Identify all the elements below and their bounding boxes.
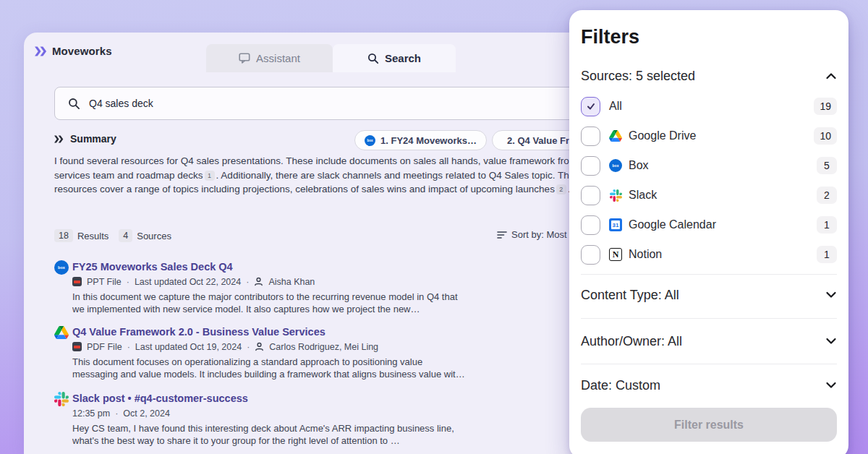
search-query-value: Q4 sales deck: [89, 98, 153, 109]
moveworks-logo-icon: [35, 46, 47, 56]
filters-title: Filters: [581, 26, 837, 48]
checkbox-slack[interactable]: [581, 186, 600, 205]
person-icon: [254, 277, 263, 286]
count-badge: 10: [814, 127, 837, 145]
summary-icon: [54, 135, 64, 143]
sources-count-label: Sources: [137, 231, 171, 241]
filters-panel: Filters Sources: 5 selected All 19: [569, 10, 848, 454]
results-summary-bar: 18 Results 4 Sources: [54, 229, 177, 242]
box-icon: box: [54, 260, 69, 275]
result-snippet: This document focuses on operationalizin…: [72, 356, 561, 380]
results-count-label: Results: [77, 231, 109, 241]
tab-assistant-label: Assistant: [256, 52, 300, 64]
filter-results-button[interactable]: Filter results: [581, 408, 837, 442]
result-meta: 12:35 pm · Oct 2, 2024: [72, 407, 561, 419]
sort-icon: [497, 231, 507, 239]
count-badge: 2: [817, 187, 837, 204]
result-title-link[interactable]: Slack post • #q4-customer-success: [72, 392, 561, 405]
count-badge: 1: [817, 216, 837, 234]
checkbox-all[interactable]: [581, 97, 600, 116]
summary-header: Summary: [54, 133, 116, 145]
result-item: box FY25 Moveworks Sales Deck Q4 PPT Fil…: [54, 260, 561, 315]
tab-search-label: Search: [385, 52, 421, 64]
divider: [581, 364, 837, 364]
result-meta: PDF File · Last updated Oct 19, 2024 · C…: [72, 340, 561, 353]
slack-icon: [609, 189, 622, 202]
chevron-down-icon: [825, 381, 837, 390]
results-count-badge: 18: [54, 229, 73, 242]
sources-section-header[interactable]: Sources: 5 selected: [581, 66, 837, 86]
brand-name: Moveworks: [52, 45, 112, 57]
citation-chip-1-label: 1. FY24 Moveworks…: [380, 135, 477, 146]
google-drive-icon: [54, 325, 69, 340]
summary-line: services team and roadmap decks1. Additi…: [54, 168, 594, 183]
result-title-link[interactable]: Q4 Value Framework 2.0 - Business Value …: [72, 325, 561, 338]
filter-option-google-calendar[interactable]: 31 Google Calendar 1: [581, 215, 837, 235]
date-section-header[interactable]: Date: Custom: [581, 375, 837, 395]
moveworks-brand: Moveworks: [35, 45, 112, 57]
count-badge: 5: [817, 157, 837, 174]
google-drive-icon: [609, 129, 622, 142]
summary-line: I found several resources for Q4 sales p…: [54, 154, 594, 168]
result-snippet: Hey CS team, I have found this interesti…: [72, 423, 561, 447]
checkbox-notion[interactable]: [581, 245, 600, 265]
tab-assistant[interactable]: Assistant: [206, 44, 333, 72]
result-snippet: In this document we capture the major co…: [72, 291, 561, 315]
ppt-file-icon: [72, 277, 82, 286]
pdf-file-icon: [72, 342, 82, 351]
filter-option-box[interactable]: box Box 5: [581, 155, 837, 176]
person-icon: [255, 342, 264, 351]
filter-option-notion[interactable]: N Notion 1: [581, 244, 837, 265]
author-owner-section-header[interactable]: Author/Owner: All: [581, 331, 837, 351]
sources-option-list: All 19 Google Drive 10 box: [581, 96, 837, 265]
search-icon: [367, 53, 379, 64]
checkbox-google-drive[interactable]: [581, 127, 600, 146]
filter-option-slack[interactable]: Slack 2: [581, 185, 837, 205]
summary-paragraph: I found several resources for Q4 sales p…: [54, 154, 594, 197]
checkmark-icon: [586, 101, 596, 111]
box-icon: box: [365, 135, 375, 146]
result-meta: PPT File · Last updated Oct 22, 2024 · A…: [72, 275, 561, 288]
filter-option-all[interactable]: All 19: [581, 96, 837, 116]
result-item: Slack post • #q4-customer-success 12:35 …: [54, 392, 561, 447]
summary-line: resources cover a range of topics includ…: [54, 182, 594, 197]
count-badge: 1: [817, 246, 837, 263]
notion-icon: N: [609, 248, 622, 261]
chevron-down-icon: [825, 291, 837, 299]
google-calendar-icon: 31: [609, 218, 622, 231]
citation-marker-2[interactable]: 2: [556, 184, 566, 194]
box-icon: box: [609, 159, 622, 172]
content-type-section-header[interactable]: Content Type: All: [581, 285, 837, 305]
divider: [581, 274, 837, 275]
result-title-link[interactable]: FY25 Moveworks Sales Deck Q4: [72, 260, 561, 273]
result-item: Q4 Value Framework 2.0 - Business Value …: [54, 325, 561, 380]
chevron-down-icon: [825, 337, 837, 346]
checkbox-box[interactable]: [581, 156, 600, 176]
chat-bubble-icon: [239, 53, 250, 64]
tab-search[interactable]: Search: [333, 44, 456, 72]
count-badge: 19: [814, 98, 837, 115]
citation-marker-1[interactable]: 1: [205, 171, 215, 181]
citation-chip-1[interactable]: box 1. FY24 Moveworks…: [354, 130, 487, 150]
checkbox-google-calendar[interactable]: [581, 215, 600, 235]
chevron-up-icon: [825, 72, 837, 80]
summary-label: Summary: [70, 133, 116, 145]
filter-option-google-drive[interactable]: Google Drive 10: [581, 126, 837, 146]
divider: [581, 318, 837, 319]
sources-count-badge: 4: [119, 229, 132, 242]
search-icon: [68, 98, 80, 110]
slack-icon: [54, 392, 69, 406]
